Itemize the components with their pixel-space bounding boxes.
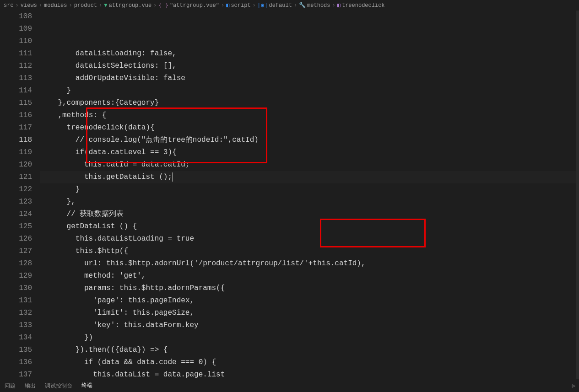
chevron-right-icon: › [99,2,102,9]
chevron-right-icon: › [16,2,19,9]
cube-icon: ◧ [337,2,341,9]
text-caret [172,172,173,182]
chevron-right-icon: › [69,2,72,9]
bracket-icon: [◉] [258,2,268,9]
chevron-right-icon: › [294,2,297,9]
line-number-gutter: 1081091101111121131141151161171181191201… [0,11,40,381]
chevron-right-icon: › [153,2,157,9]
code-editor[interactable]: 1081091101111121131141151161171181191201… [0,11,579,381]
cube-icon: ◧ [226,2,229,9]
code-content[interactable]: dataListLoading: false, dataListSelectio… [40,11,579,381]
panel-tab-output[interactable]: 输出 [20,379,40,381]
crumb-modules[interactable]: modules [44,2,67,9]
vue-icon: ▼ [104,2,107,9]
chevron-right-icon: › [332,2,335,9]
crumb-views[interactable]: views [21,2,37,9]
panel-expand-icon[interactable]: ▷ [568,381,579,381]
panel-tab-debug[interactable]: 调试控制台 [40,379,77,381]
panel-tab-terminal[interactable]: 终端 [77,379,97,381]
crumb-script[interactable]: ◧ script [226,2,250,9]
braces-icon: { } [158,2,168,9]
crumb-file[interactable]: ▼ attrgroup.vue [104,2,152,9]
crumb-treenodeclick[interactable]: ◧ treenodeclick [337,2,385,9]
crumb-default[interactable]: [◉] default [258,2,292,9]
crumb-src[interactable]: src [4,2,14,9]
panel-tab-problems[interactable]: 问题 [0,379,20,381]
crumb-product[interactable]: product [74,2,97,9]
chevron-right-icon: › [39,2,42,9]
crumb-methods[interactable]: 🔧 methods [299,2,330,9]
chevron-right-icon: › [221,2,224,9]
panel-tabs: 问题 输出 调试控制台 终端 ▷ [0,379,579,381]
chevron-right-icon: › [253,2,256,9]
breadcrumb: src › views › modules › product › ▼ attr… [0,0,579,11]
scrollbar[interactable] [576,11,579,381]
wrench-icon: 🔧 [299,2,306,9]
crumb-block[interactable]: { } "attrgroup.vue" [158,2,219,9]
